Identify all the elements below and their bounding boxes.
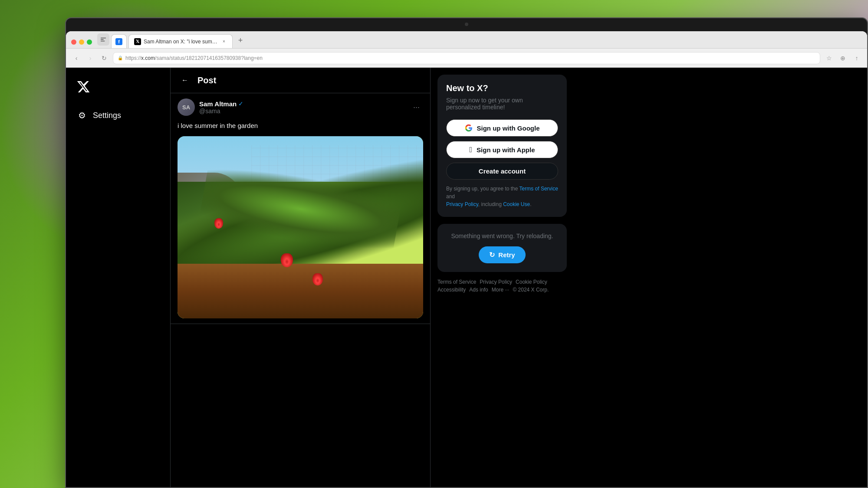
maximize-window-dot[interactable] [87,39,92,45]
footer-more[interactable]: More ··· [492,287,510,293]
tos-prefix: By signing up, you agree to the [446,186,519,192]
footer-links: Terms of Service Privacy Policy Cookie P… [437,279,567,293]
url-bar[interactable]: 🔒 https://x.com/sama/status/182120714163… [113,52,820,64]
post-area: ← Post SA Sam Altman [170,68,431,487]
author-handle[interactable]: @sama [199,108,243,115]
extension-button[interactable]: ⊕ [838,53,848,63]
tos-text: By signing up, you agree to the Terms of… [446,185,558,208]
author-name-row: Sam Altman ✓ [199,100,243,108]
footer-cookie[interactable]: Cookie Policy [516,279,547,285]
sign-up-google-button[interactable]: Sign up with Google [446,119,558,137]
lock-icon: 🔒 [118,56,123,60]
create-account-label: Create account [479,167,526,175]
privacy-link[interactable]: Privacy Policy [446,201,478,207]
svg-rect-1 [101,39,104,40]
garden-image [178,136,423,318]
sign-up-apple-button[interactable]:  Sign up with Apple [446,141,558,158]
address-bar: ‹ › ↻ 🔒 https://x.com/sama/status/182120… [66,49,867,68]
pot-area [178,264,423,318]
footer-accessibility[interactable]: Accessibility [437,287,466,293]
pinned-facebook-tab[interactable]: f [111,34,127,48]
footer-copyright: © 2024 X Corp. [513,287,549,293]
retry-label: Retry [498,251,515,259]
refresh-button[interactable]: ↻ [99,53,109,63]
new-to-x-card: New to X? Sign up now to get your own pe… [437,75,567,217]
bookmark-button[interactable]: ☆ [824,53,834,63]
tab-bar: f 𝕏 Sam Altman on X: "i love summ... × + [66,31,867,49]
new-tab-button[interactable]: + [234,34,247,46]
new-to-x-subtitle: Sign up now to get your own personalized… [446,97,558,111]
google-icon [465,124,473,132]
tos-link[interactable]: Terms of Service [519,186,558,192]
settings-icon: ⚙ [78,110,86,121]
author-name[interactable]: Sam Altman [199,100,237,108]
create-account-button[interactable]: Create account [446,163,558,180]
footer-ads[interactable]: Ads info [469,287,488,293]
strawberry3 [214,218,223,229]
camera-notch [427,18,506,30]
settings-label: Settings [93,111,121,120]
url-host: x.com [141,55,155,61]
sidebar-item-settings[interactable]: ⚙ Settings [73,106,163,125]
error-message: Something went wrong. Try reloading. [446,233,558,239]
post-image[interactable] [178,136,423,318]
post-text: i love summer in the garden [178,121,423,131]
post-author-row: SA Sam Altman ✓ @sama ··· [178,98,423,116]
camera-dot [465,23,468,26]
sign-up-google-label: Sign up with Google [477,124,540,132]
tab-controls [69,39,95,48]
tos-and: and [446,193,455,200]
right-sidebar: New to X? Sign up now to get your own pe… [431,68,574,487]
retry-icon: ↻ [489,251,495,259]
tos-suffix: , including [478,201,503,207]
x-sidebar: ⚙ Settings [66,68,170,487]
verified-badge: ✓ [238,100,243,107]
author-info: SA Sam Altman ✓ @sama [178,98,243,116]
close-window-dot[interactable] [71,39,76,45]
tab-close-button[interactable]: × [221,39,227,45]
x-favicon: 𝕏 [134,38,141,45]
x-logo[interactable] [73,76,163,99]
share-button[interactable]: ↑ [852,53,862,63]
avatar[interactable]: SA [178,98,195,116]
page-content: ⚙ Settings ← Post SA [66,68,867,487]
author-details: Sam Altman ✓ @sama [199,100,243,115]
error-card: Something went wrong. Try reloading. ↻ R… [437,224,567,272]
browser-chrome: f 𝕏 Sam Altman on X: "i love summ... × +… [66,31,867,487]
sidebar-toggle-btn[interactable] [97,33,109,46]
post-content: SA Sam Altman ✓ @sama ··· [171,93,430,324]
minimize-window-dot[interactable] [79,39,84,45]
url-scheme: https:// [125,55,141,61]
active-tab[interactable]: 𝕏 Sam Altman on X: "i love summ... × [128,34,233,48]
svg-rect-2 [101,41,105,42]
footer-privacy[interactable]: Privacy Policy [480,279,512,285]
new-to-x-title: New to X? [446,83,558,93]
post-header-title: Post [197,75,216,85]
forward-button[interactable]: › [85,53,95,63]
tab-title: Sam Altman on X: "i love summ... [144,39,218,45]
facebook-favicon: f [115,38,122,45]
url-path: /sama/status/1821207141635780938?lang=en [155,55,263,61]
retry-button[interactable]: ↻ Retry [479,246,525,263]
footer-terms[interactable]: Terms of Service [437,279,476,285]
tos-end: . [530,201,531,207]
back-to-feed-button[interactable]: ← [178,73,192,88]
apple-icon:  [469,146,472,154]
cookie-link[interactable]: Cookie Use [503,201,530,207]
post-header: ← Post [171,68,430,93]
svg-rect-0 [101,38,106,39]
macbook-frame: f 𝕏 Sam Altman on X: "i love summ... × +… [65,17,868,488]
strawberry1 [281,253,293,267]
url-text: https://x.com/sama/status/18212071416357… [125,55,815,61]
sign-up-apple-label: Sign up with Apple [477,146,535,154]
back-button[interactable]: ‹ [71,53,82,63]
post-more-button[interactable]: ··· [410,101,423,114]
